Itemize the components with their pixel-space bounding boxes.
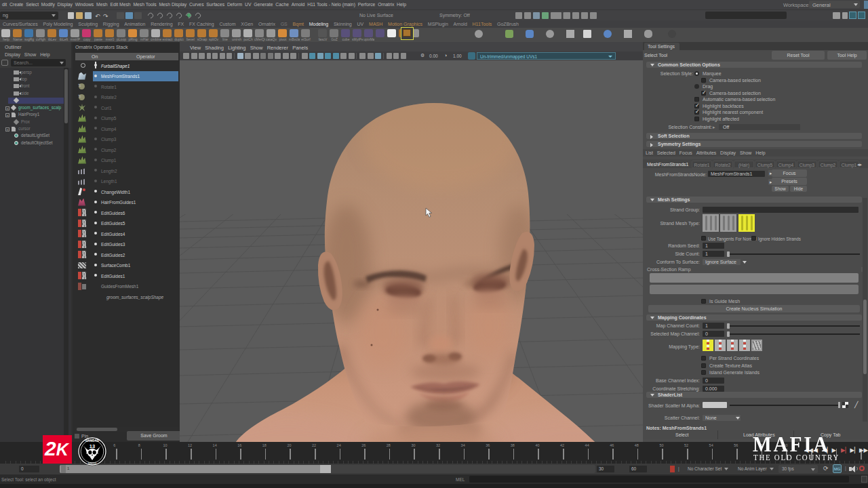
- svg-text:HANGAR: HANGAR: [85, 439, 100, 443]
- svg-text:13: 13: [90, 443, 95, 449]
- svg-text:MMXIII: MMXIII: [88, 462, 97, 465]
